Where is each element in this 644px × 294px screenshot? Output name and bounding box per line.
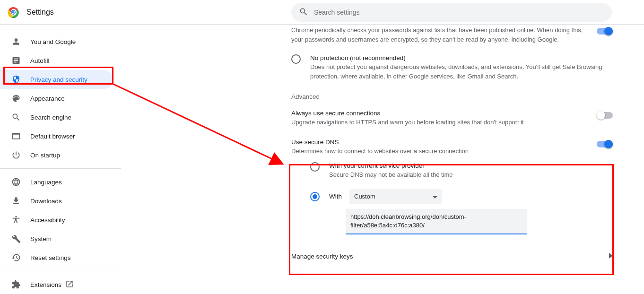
page-title: Settings [26, 8, 54, 17]
sidebar-item-label: Extensions [30, 281, 61, 288]
radio-dns-current-provider[interactable]: With your current service provider Secur… [310, 157, 613, 184]
toggle-secure-connections[interactable] [597, 111, 613, 120]
advanced-section-label: Advanced [291, 86, 613, 104]
sidebar-divider [0, 168, 121, 169]
person-icon [11, 37, 21, 46]
content: Chrome periodically checks your password… [121, 25, 644, 294]
dns-provider-select[interactable]: Custom [349, 189, 442, 204]
sidebar-item-label: Default browser [30, 133, 75, 140]
dns-custom-url-input[interactable] [346, 209, 527, 234]
setting-title: Use secure DNS [291, 138, 589, 146]
sidebar-item-autofill[interactable]: Autofill [0, 51, 113, 70]
svg-point-3 [12, 11, 15, 13]
setting-desc: Does not protect you against dangerous w… [310, 62, 613, 81]
manage-security-keys[interactable]: Manage security keys [291, 245, 613, 268]
sidebar-item-system[interactable]: System [0, 229, 113, 248]
main: You and Google Autofill Privacy and secu… [0, 25, 644, 294]
radio-no-protection[interactable]: No protection (not recommended) Does not… [291, 50, 613, 86]
radio-icon [291, 54, 301, 64]
shield-icon [11, 75, 21, 84]
sidebar: You and Google Autofill Privacy and secu… [0, 25, 121, 294]
sidebar-item-label: System [30, 235, 52, 242]
sidebar-item-appearance[interactable]: Appearance [0, 89, 113, 108]
setting-secure-connections: Always use secure connections Upgrade na… [291, 104, 613, 133]
toggle-password-check[interactable] [597, 26, 613, 36]
external-link-icon [65, 280, 74, 290]
chrome-logo-icon [8, 7, 19, 18]
setting-title: No protection (not recommended) [310, 54, 613, 61]
sidebar-item-default-browser[interactable]: Default browser [0, 127, 113, 146]
power-icon [11, 150, 21, 160]
browser-icon [11, 131, 21, 141]
palette-icon [11, 94, 21, 103]
sidebar-item-label: On startup [30, 152, 60, 159]
sidebar-item-accessibility[interactable]: Accessibility [0, 210, 113, 229]
setting-title: With your current service provider [329, 162, 613, 169]
sidebar-item-downloads[interactable]: Downloads [0, 191, 113, 210]
search-box[interactable] [291, 3, 612, 22]
globe-icon [11, 177, 21, 187]
sidebar-item-label: Search engine [30, 114, 71, 121]
header: Settings [0, 0, 644, 25]
row-label: Manage security keys [291, 253, 353, 260]
setting-desc: Upgrade navigations to HTTPS and warn yo… [291, 118, 589, 127]
dropdown-icon [433, 193, 437, 200]
toggle-secure-dns[interactable] [597, 139, 613, 149]
sidebar-item-on-startup[interactable]: On startup [0, 146, 113, 164]
radio-icon [310, 192, 320, 201]
search-icon [11, 112, 21, 122]
sidebar-item-you-and-google[interactable]: You and Google [0, 32, 113, 51]
setting-password-check: Chrome periodically checks your password… [291, 25, 613, 50]
accessibility-icon [11, 215, 21, 225]
sidebar-item-label: Downloads [30, 198, 62, 205]
search-input[interactable] [314, 9, 604, 16]
sidebar-item-label: Autofill [30, 57, 50, 64]
select-value: Custom [354, 193, 375, 200]
download-icon [11, 196, 21, 206]
sidebar-item-label: Reset settings [30, 254, 71, 261]
extensions-icon [11, 280, 21, 289]
sidebar-item-privacy-security[interactable]: Privacy and security [0, 70, 113, 89]
sidebar-item-search-engine[interactable]: Search engine [0, 108, 113, 127]
sidebar-item-languages[interactable]: Languages [0, 173, 113, 191]
setting-desc: Chrome periodically checks your password… [291, 26, 589, 44]
radio-icon [310, 162, 320, 172]
search-icon [299, 7, 314, 18]
setting-secure-dns: Use secure DNS Determines how to connect… [291, 133, 613, 158]
setting-title: Always use secure connections [291, 110, 589, 117]
sidebar-item-extensions[interactable]: Extensions [0, 275, 113, 294]
radio-dns-with[interactable]: With Custom [310, 184, 613, 209]
wrench-icon [11, 234, 21, 243]
sidebar-item-label: You and Google [30, 38, 76, 45]
sidebar-item-label: Privacy and security [30, 76, 87, 83]
setting-desc: Determines how to connect to websites ov… [291, 147, 589, 156]
chevron-right-icon [609, 253, 613, 260]
with-label: With [329, 193, 342, 200]
sidebar-item-label: Languages [30, 179, 62, 186]
sidebar-divider [0, 271, 121, 271]
autofill-icon [11, 56, 21, 65]
setting-desc: Secure DNS may not be available all the … [329, 170, 613, 180]
sidebar-item-label: Accessibility [30, 216, 65, 224]
sidebar-item-reset-settings[interactable]: Reset settings [0, 248, 113, 267]
sidebar-item-label: Appearance [30, 95, 65, 102]
restore-icon [11, 253, 21, 262]
